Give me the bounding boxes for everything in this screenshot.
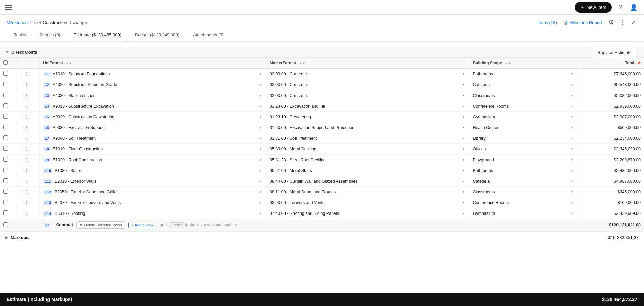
row-drag-icon: ⋮⋮ (20, 157, 29, 163)
uniformal-dropdown-arrow[interactable]: ▾ (258, 72, 263, 76)
markups-section[interactable]: ▶ Markups $10,333,851.27 (0, 231, 644, 243)
masterformat-dropdown-arrow[interactable]: ▾ (461, 72, 466, 76)
uniformal-dropdown-arrow[interactable]: ▾ (258, 201, 263, 204)
building-scope-dropdown-arrow[interactable]: ▾ (570, 104, 574, 108)
hamburger-menu[interactable] (5, 5, 12, 10)
building-scope-dropdown-arrow[interactable]: ▾ (570, 158, 574, 162)
building-scope-dropdown-arrow[interactable]: ▾ (570, 115, 574, 119)
masterformat-dropdown-arrow[interactable]: ▾ (461, 211, 466, 215)
row-uniformal-value: A9030 - Excavation Support (53, 125, 258, 130)
row-building-scope-cell: Gymnasium ▾ (469, 112, 578, 122)
uniformal-dropdown-arrow[interactable]: ▾ (258, 83, 263, 86)
building-scope-dropdown-arrow[interactable]: ▾ (570, 126, 574, 129)
top-bar: ＋ New Item ? 👤 (0, 0, 644, 15)
uniformal-dropdown-arrow[interactable]: ▾ (258, 179, 263, 183)
masterformat-dropdown-arrow[interactable]: ▾ (461, 126, 466, 129)
masterformat-dropdown-arrow[interactable]: ▾ (461, 179, 466, 183)
row-drag-icon: ⋮⋮ (20, 211, 29, 216)
row-drag-icon: ⋮⋮ (20, 136, 29, 141)
replace-estimate-button[interactable]: Replace Estimate (592, 47, 637, 58)
uniformal-dropdown-arrow[interactable]: ▾ (258, 147, 263, 151)
tab-budget[interactable]: Budget ($128,349,000) (128, 29, 186, 41)
row-building-scope-cell: Offices ▾ (469, 144, 578, 155)
row-drag-icon: ⋮⋮ (20, 146, 29, 152)
row-total-cell: $2,234,000.00 (578, 133, 644, 144)
tab-basics[interactable]: Basics (7, 29, 33, 41)
uniformal-dropdown-arrow[interactable]: ▾ (258, 94, 263, 97)
row-checkbox[interactable] (3, 135, 8, 140)
subtotal-checkbox[interactable] (3, 222, 8, 227)
row-total-cell: $345,000.00 (578, 187, 644, 197)
tab-metrics[interactable]: Metrics (0) (33, 29, 67, 41)
top-bar-right: ＋ New Item ? 👤 (575, 2, 639, 13)
row-checkbox[interactable] (3, 125, 8, 129)
row-uniformal-value: B2070 - Exterior Louvers and Vents (55, 200, 258, 205)
building-scope-dropdown-arrow[interactable]: ▾ (570, 169, 574, 172)
select-all-checkbox[interactable] (3, 60, 8, 65)
row-checkbox[interactable] (3, 200, 8, 204)
uniformal-dropdown-arrow[interactable]: ▾ (258, 190, 263, 194)
masterformat-dropdown-arrow[interactable]: ▾ (461, 201, 466, 204)
uniformal-dropdown-arrow[interactable]: ▾ (258, 115, 263, 119)
more-options-button[interactable]: ⋮ (618, 17, 627, 27)
row-masterformat-cell: 31 23 19 - Dewatering ▾ (266, 112, 469, 122)
row-checkbox[interactable] (3, 71, 8, 76)
building-scope-dropdown-arrow[interactable]: ▾ (570, 179, 574, 183)
masterformat-dropdown-arrow[interactable]: ▾ (461, 94, 466, 97)
row-checkbox-cell (0, 144, 16, 155)
row-building-scope-cell: Health Center ▾ (469, 122, 578, 133)
row-checkbox[interactable] (3, 82, 8, 86)
building-scope-dropdown-arrow[interactable]: ▾ (570, 72, 574, 76)
masterformat-dropdown-arrow[interactable]: ▾ (461, 158, 466, 162)
masterformat-dropdown-arrow[interactable]: ▾ (461, 136, 466, 140)
masterformat-dropdown-arrow[interactable]: ▾ (461, 169, 466, 172)
row-drag-icon: ⋮⋮ (20, 104, 29, 109)
row-checkbox-cell (0, 122, 16, 133)
tab-attachments[interactable]: Attachments (3) (186, 29, 230, 41)
building-scope-dropdown-arrow[interactable]: ▾ (570, 136, 574, 140)
building-scope-dropdown-arrow[interactable]: ▾ (570, 94, 574, 97)
masterformat-dropdown-arrow[interactable]: ▾ (461, 147, 466, 151)
uniformal-dropdown-arrow[interactable]: ▾ (258, 126, 263, 129)
masterformat-dropdown-arrow[interactable]: ▾ (461, 115, 466, 119)
direct-costs-section-header[interactable]: ▼ Direct Costs (0, 47, 644, 58)
row-checkbox-cell (0, 101, 16, 112)
row-icon-cell: ⋮⋮ (16, 90, 40, 101)
row-checkbox[interactable] (3, 114, 8, 119)
building-scope-dropdown-arrow[interactable]: ▾ (570, 201, 574, 204)
breadcrumb-parent-link[interactable]: Milestones (7, 20, 28, 25)
row-label-badge: L10 (43, 168, 53, 173)
row-checkbox[interactable] (3, 210, 8, 215)
uniformal-dropdown-arrow[interactable]: ▾ (258, 158, 263, 162)
share-button[interactable]: ↗ (630, 17, 637, 27)
masterformat-dropdown-arrow[interactable]: ▾ (461, 83, 466, 86)
masterformat-dropdown-arrow[interactable]: ▾ (461, 104, 466, 108)
items-link[interactable]: Items (18) (537, 20, 557, 25)
tab-estimate[interactable]: Estimate ($130,465,000) (67, 29, 128, 41)
milestone-report-link[interactable]: 📊 Milestone Report (562, 20, 602, 25)
row-checkbox[interactable] (3, 168, 8, 172)
filter-button[interactable]: ⚙ (607, 17, 615, 27)
row-checkbox[interactable] (3, 103, 8, 108)
row-checkbox[interactable] (3, 178, 8, 183)
row-checkbox[interactable] (3, 189, 8, 194)
building-scope-dropdown-arrow[interactable]: ▾ (570, 190, 574, 194)
uniformal-dropdown-arrow[interactable]: ▾ (258, 169, 263, 172)
row-checkbox[interactable] (3, 93, 8, 97)
masterformat-dropdown-arrow[interactable]: ▾ (461, 190, 466, 194)
new-item-button[interactable]: ＋ New Item (575, 2, 612, 13)
user-avatar-button[interactable]: 👤 (629, 2, 639, 12)
building-scope-dropdown-arrow[interactable]: ▾ (570, 211, 574, 215)
help-button[interactable]: ? (617, 2, 623, 12)
add-row-button[interactable]: + Add a Row (128, 222, 157, 228)
uniformal-dropdown-arrow[interactable]: ▾ (258, 104, 263, 108)
table-row: ⋮⋮ L8 B1010 - Floor Construction ▾ 05 30… (0, 144, 644, 155)
delete-selected-rows-button[interactable]: ✕ Delete Selected Rows (76, 221, 125, 229)
row-checkbox[interactable] (3, 157, 8, 162)
uniformal-dropdown-arrow[interactable]: ▾ (258, 211, 263, 215)
building-scope-dropdown-arrow[interactable]: ▾ (570, 147, 574, 151)
row-total-cell: $509,000.00 (578, 122, 644, 133)
row-checkbox[interactable] (3, 146, 8, 151)
uniformal-dropdown-arrow[interactable]: ▾ (258, 136, 263, 140)
building-scope-dropdown-arrow[interactable]: ▾ (570, 83, 574, 86)
